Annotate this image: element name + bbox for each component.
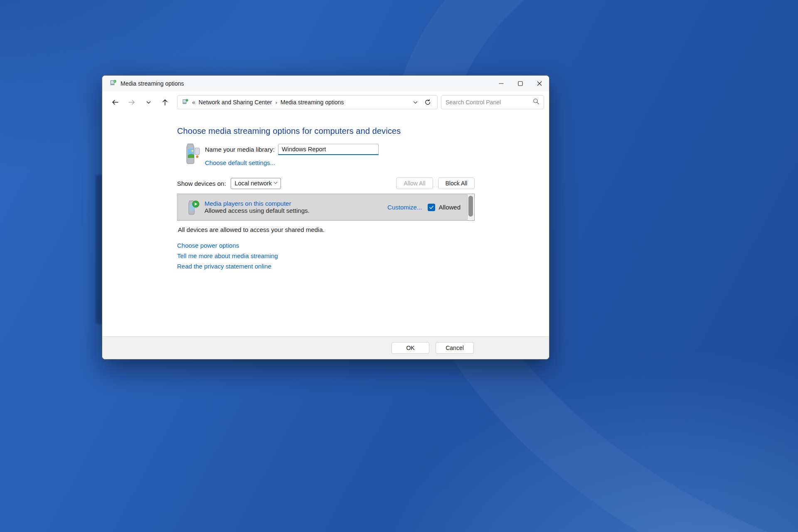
chevron-down-icon <box>146 100 151 105</box>
close-button[interactable] <box>530 76 549 91</box>
cancel-button[interactable]: Cancel <box>436 342 474 354</box>
breadcrumb-separator: › <box>275 99 277 106</box>
scrollbar-thumb[interactable] <box>468 196 473 217</box>
show-devices-selected-value: Local network <box>235 180 272 187</box>
show-devices-row: Show devices on: Local network Allow All… <box>177 177 475 189</box>
device-row-subtitle: Allowed access using default settings. <box>204 207 310 214</box>
allowed-label: Allowed <box>438 204 461 211</box>
device-row-title-link[interactable]: Media players on this computer <box>204 200 310 207</box>
customize-link[interactable]: Customize... <box>387 204 422 211</box>
library-name-input[interactable] <box>278 144 379 155</box>
media-library-section: Name your media library: Choose default … <box>182 143 549 167</box>
refresh-icon <box>424 99 431 106</box>
breadcrumb-location-icon <box>182 98 189 106</box>
media-streaming-options-window: Media streaming options <box>102 75 549 360</box>
minimize-button[interactable] <box>492 76 511 91</box>
ok-button[interactable]: OK <box>392 342 429 354</box>
checkmark-icon <box>429 205 434 210</box>
devices-list: Media players on this computer Allowed a… <box>177 194 475 221</box>
recent-locations-button[interactable] <box>141 95 155 109</box>
dialog-footer: OK Cancel <box>102 336 549 359</box>
media-player-icon <box>185 200 200 215</box>
show-devices-label: Show devices on: <box>177 180 226 187</box>
search-icon[interactable] <box>533 98 539 106</box>
forward-arrow-icon <box>128 99 135 106</box>
block-all-button[interactable]: Block All <box>438 177 475 189</box>
all-devices-status-text: All devices are allowed to access your s… <box>177 226 549 233</box>
chevron-down-icon <box>413 100 418 105</box>
device-row-media-players[interactable]: Media players on this computer Allowed a… <box>178 195 468 220</box>
allowed-checkbox[interactable] <box>428 204 435 211</box>
media-library-icon <box>182 143 201 165</box>
library-name-label: Name your media library: <box>205 146 278 153</box>
search-input[interactable] <box>446 99 533 106</box>
window-title: Media streaming options <box>121 80 184 87</box>
back-arrow-icon <box>111 99 119 106</box>
address-dropdown-button[interactable] <box>409 96 421 108</box>
breadcrumb-item-network-sharing-center[interactable]: Network and Sharing Center <box>199 99 272 106</box>
up-button[interactable] <box>158 95 172 109</box>
choose-default-settings-link[interactable]: Choose default settings... <box>205 159 275 166</box>
search-box[interactable] <box>441 95 544 109</box>
privacy-statement-link[interactable]: Read the privacy statement online <box>177 263 549 270</box>
forward-button[interactable] <box>125 95 139 109</box>
main-content: Choose media streaming options for compu… <box>102 113 549 270</box>
titlebar: Media streaming options <box>102 76 549 91</box>
choose-power-options-link[interactable]: Choose power options <box>177 242 549 249</box>
page-title: Choose media streaming options for compu… <box>177 126 549 136</box>
back-button[interactable] <box>108 95 122 109</box>
chevron-down-icon <box>273 180 278 187</box>
allow-all-button[interactable]: Allow All <box>396 177 433 189</box>
media-streaming-info-link[interactable]: Tell me more about media streaming <box>177 252 549 259</box>
related-links: Choose power options Tell me more about … <box>177 242 549 270</box>
breadcrumb-overflow-chevrons[interactable]: « <box>192 99 195 106</box>
allowed-control: Allowed <box>428 204 461 211</box>
up-arrow-icon <box>161 99 169 106</box>
navigation-toolbar: « Network and Sharing Center › Media str… <box>102 91 549 113</box>
show-devices-dropdown[interactable]: Local network <box>231 178 281 189</box>
breadcrumb[interactable]: « Network and Sharing Center › Media str… <box>177 95 438 109</box>
app-icon <box>109 79 117 88</box>
device-row-texts: Media players on this computer Allowed a… <box>204 200 310 214</box>
maximize-button[interactable] <box>511 76 530 91</box>
breadcrumb-item-media-streaming-options[interactable]: Media streaming options <box>281 99 344 106</box>
refresh-button[interactable] <box>421 96 434 108</box>
list-scrollbar[interactable] <box>468 195 474 220</box>
